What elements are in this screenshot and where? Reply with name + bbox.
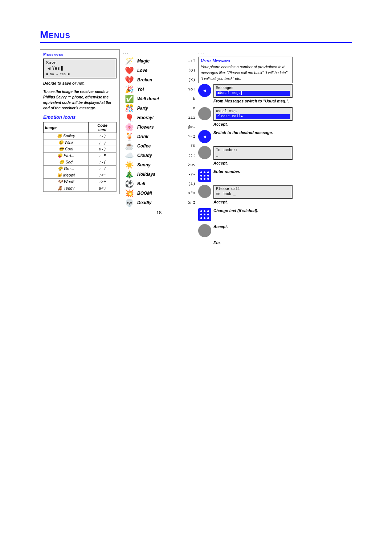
emotion-grid-code: >"< bbox=[181, 191, 195, 195]
emotion-code: ;-) bbox=[89, 139, 117, 146]
step-text-step3: Switch to the desired message. bbox=[213, 130, 293, 135]
emotion-grid-emoji: ❤️ bbox=[123, 66, 136, 75]
emotion-grid-row: 💔 Broken (X) bbox=[123, 76, 195, 84]
step-row-step5: Enter number. bbox=[198, 169, 293, 182]
step-content-step3: Switch to the desired message. bbox=[213, 130, 293, 135]
keypad-icon bbox=[198, 169, 211, 182]
step-icon-step8 bbox=[198, 224, 211, 237]
accept-button-icon bbox=[198, 146, 211, 159]
emotion-grid-emoji: 🎄 bbox=[123, 170, 136, 179]
save-screen: Save ◄ Yes ▌ ■ No ⇒ Yes ■ bbox=[43, 58, 117, 78]
emotion-grid-name: Hooray! bbox=[137, 115, 179, 120]
emotion-table-row: 😤 Grrr... :-/ bbox=[44, 166, 117, 172]
emotion-grid-code: ::: bbox=[181, 153, 195, 158]
usual-desc: Your phone contains a number of pre-defi… bbox=[201, 64, 290, 81]
emotion-grid-name: Cloudy bbox=[137, 153, 179, 158]
accept-button-icon bbox=[198, 224, 211, 237]
main-content: Messages Save ◄ Yes ▌ ■ No ⇒ Yes ■ Decid… bbox=[40, 49, 352, 248]
emotion-grid-emoji: 🪄 bbox=[123, 57, 136, 65]
emotion-emoji: 😢 Sad bbox=[44, 159, 89, 166]
step-text-step4: Accept. bbox=[213, 161, 293, 166]
no-yes-indicator: ■ No ⇒ Yes ■ bbox=[46, 72, 114, 76]
emotion-grid-emoji: 🎈 bbox=[123, 113, 136, 122]
emotion-grid-emoji: ☁️ bbox=[123, 151, 136, 160]
yes-label: Yes bbox=[52, 66, 60, 71]
emotion-grid-emoji: 🎉 bbox=[123, 85, 136, 94]
emotion-grid-name: Coffee bbox=[137, 143, 179, 149]
page-number: 18 bbox=[123, 210, 195, 215]
arrow-icon: ◄ bbox=[48, 66, 50, 72]
emotion-grid-row: ❤️ Love (O) bbox=[123, 66, 195, 75]
info-text: To see the image the receiver needs a Ph… bbox=[43, 89, 117, 111]
step-content-step1: Messages◄Usual msg.▌From Messages switch… bbox=[213, 84, 293, 104]
emotion-grid-name: Party bbox=[137, 106, 179, 111]
emotion-grid-row: 🌸 Flowers @>- bbox=[123, 123, 195, 131]
emotion-grid-emoji: ⚽ bbox=[123, 179, 136, 188]
emotion-grid-emoji: 💀 bbox=[123, 198, 136, 207]
emotion-grid-row: 🎄 Holidays -Y- bbox=[123, 170, 195, 179]
step-text-step9: Etc. bbox=[213, 240, 293, 246]
emotion-table-row: 🐶 Woof! :># bbox=[44, 179, 117, 185]
emotion-grid-code: o bbox=[181, 106, 195, 110]
emotion-grid-row: ☀️ Sunny >o< bbox=[123, 161, 195, 169]
emotion-emoji: 🐶 Woof! bbox=[44, 179, 89, 185]
emotion-emoji: 😤 Grrr... bbox=[44, 166, 89, 172]
emotion-code: :-/ bbox=[89, 166, 117, 172]
emotion-grid-name: Ball bbox=[137, 181, 179, 186]
step-text-step8: Accept. bbox=[213, 224, 293, 230]
dots-right: ... bbox=[198, 49, 293, 55]
emotion-grid-code: iii bbox=[181, 116, 195, 120]
emotion-grid-name: Flowers bbox=[137, 125, 179, 130]
emotion-grid-row: 💀 Deadly %-I bbox=[123, 198, 195, 207]
emotion-grid-code: Yo! bbox=[181, 87, 195, 92]
emotion-grid-row: 💥 BOOM! >"< bbox=[123, 189, 195, 198]
emotion-grid-row: ☁️ Cloudy ::: bbox=[123, 151, 195, 160]
emotion-grid-row: 🎉 Yo! Yo! bbox=[123, 85, 195, 94]
step-text-step2: Accept. bbox=[213, 122, 293, 127]
keypad-icon bbox=[198, 208, 211, 221]
step-icon-step2 bbox=[198, 107, 211, 120]
emotion-code: :># bbox=[89, 179, 117, 185]
emotion-grid-emoji: 💥 bbox=[123, 189, 136, 198]
emotion-grid-name: BOOM! bbox=[137, 191, 179, 196]
emotion-grid-emoji: 🎊 bbox=[123, 104, 136, 113]
emotion-grid-code: @>- bbox=[181, 125, 195, 129]
emotion-grid-emoji: ☀️ bbox=[123, 161, 136, 169]
code-header: Codesent bbox=[89, 122, 117, 133]
emotion-table-row: 😢 Sad :-( bbox=[44, 159, 117, 166]
image-header: Image bbox=[44, 122, 89, 133]
emotion-grid-code: (O) bbox=[181, 68, 195, 73]
emotion-emoji: 😊 Smiley bbox=[44, 133, 89, 139]
section-title: Menus bbox=[40, 29, 352, 43]
emotion-table-row: 😊 Smiley :-) bbox=[44, 133, 117, 139]
emotion-code: :<* bbox=[89, 172, 117, 179]
mini-screen: Please callme back _ bbox=[213, 185, 293, 199]
emotion-grid-emoji: 💔 bbox=[123, 76, 136, 84]
step-icon-step3: ◄ bbox=[198, 130, 211, 143]
emotion-grid-row: 🎈 Hooray! iii bbox=[123, 113, 195, 122]
emotion-grid-row: 🎊 Party o bbox=[123, 104, 195, 113]
step-text-step7: Change text (if wished). bbox=[213, 208, 293, 214]
emotion-grid-code: >-I bbox=[181, 134, 195, 139]
step-row-step9: Etc. bbox=[198, 240, 293, 246]
mini-screen: To number:_ bbox=[213, 146, 293, 160]
step-row-step8: Accept. bbox=[198, 224, 293, 237]
emotion-grid-name: Yo! bbox=[137, 87, 179, 92]
emotion-icons-title: Emotion Icons bbox=[43, 114, 117, 120]
emotion-grid-row: ⚽ Ball (l) bbox=[123, 179, 195, 188]
accept-button-icon bbox=[198, 107, 211, 120]
emotion-table-row: 🧸 Teddy 8<) bbox=[44, 185, 117, 192]
emotion-grid-emoji: ✅ bbox=[123, 94, 136, 103]
emotion-table-row: 😉 Wink ;-) bbox=[44, 139, 117, 146]
messages-subtitle: Messages bbox=[43, 52, 117, 56]
step-row-step1: ◄Messages◄Usual msg.▌From Messages switc… bbox=[198, 84, 293, 104]
emotion-table-row: 😺 Meow! :<* bbox=[44, 172, 117, 179]
emotion-emoji: 😎 Cool bbox=[44, 146, 89, 153]
save-label: Save bbox=[46, 61, 57, 66]
step-icon-step6 bbox=[198, 185, 211, 198]
emotion-grid-name: Love bbox=[137, 68, 179, 73]
emotion-grid-row: 🍹 Drink >-I bbox=[123, 132, 195, 141]
emotion-grid-code: (l) bbox=[181, 182, 195, 186]
step-row-step6: Please callme back _Accept. bbox=[198, 185, 293, 205]
emotion-grid-name: Magic bbox=[137, 58, 179, 64]
